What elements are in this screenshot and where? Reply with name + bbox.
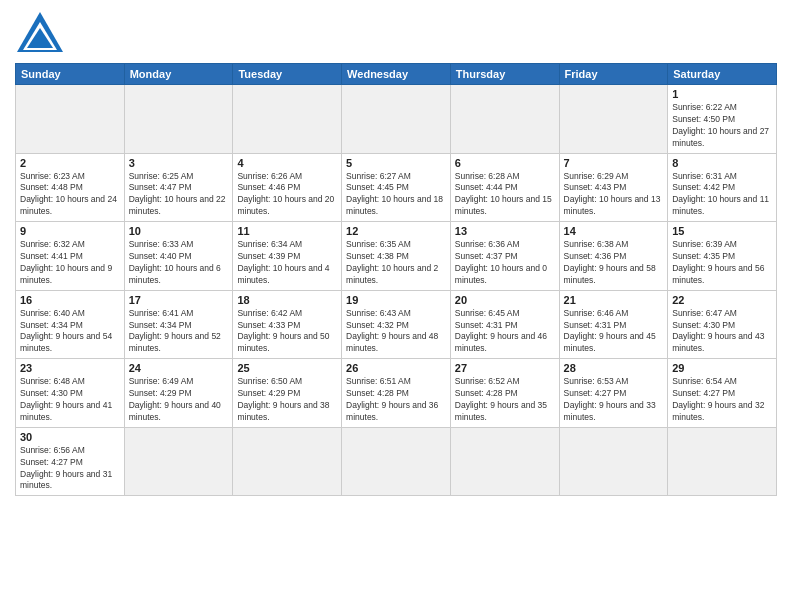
day-number: 22 — [672, 294, 772, 306]
day-number: 7 — [564, 157, 664, 169]
calendar-cell: 3Sunrise: 6:25 AMSunset: 4:47 PMDaylight… — [124, 153, 233, 222]
day-number: 13 — [455, 225, 555, 237]
day-number: 1 — [672, 88, 772, 100]
day-number: 25 — [237, 362, 337, 374]
day-info: Sunrise: 6:56 AMSunset: 4:27 PMDaylight:… — [20, 445, 120, 493]
week-row-4: 23Sunrise: 6:48 AMSunset: 4:30 PMDayligh… — [16, 359, 777, 428]
calendar-cell: 29Sunrise: 6:54 AMSunset: 4:27 PMDayligh… — [668, 359, 777, 428]
day-info: Sunrise: 6:40 AMSunset: 4:34 PMDaylight:… — [20, 308, 120, 356]
day-info: Sunrise: 6:52 AMSunset: 4:28 PMDaylight:… — [455, 376, 555, 424]
weekday-header-saturday: Saturday — [668, 64, 777, 85]
calendar-cell — [124, 85, 233, 154]
day-info: Sunrise: 6:53 AMSunset: 4:27 PMDaylight:… — [564, 376, 664, 424]
day-info: Sunrise: 6:47 AMSunset: 4:30 PMDaylight:… — [672, 308, 772, 356]
day-number: 8 — [672, 157, 772, 169]
calendar-cell — [124, 427, 233, 496]
day-number: 29 — [672, 362, 772, 374]
week-row-0: 1Sunrise: 6:22 AMSunset: 4:50 PMDaylight… — [16, 85, 777, 154]
calendar-cell: 4Sunrise: 6:26 AMSunset: 4:46 PMDaylight… — [233, 153, 342, 222]
calendar-cell: 20Sunrise: 6:45 AMSunset: 4:31 PMDayligh… — [450, 290, 559, 359]
calendar-cell: 14Sunrise: 6:38 AMSunset: 4:36 PMDayligh… — [559, 222, 668, 291]
calendar-cell: 11Sunrise: 6:34 AMSunset: 4:39 PMDayligh… — [233, 222, 342, 291]
day-info: Sunrise: 6:36 AMSunset: 4:37 PMDaylight:… — [455, 239, 555, 287]
day-number: 12 — [346, 225, 446, 237]
week-row-3: 16Sunrise: 6:40 AMSunset: 4:34 PMDayligh… — [16, 290, 777, 359]
day-info: Sunrise: 6:25 AMSunset: 4:47 PMDaylight:… — [129, 171, 229, 219]
day-number: 18 — [237, 294, 337, 306]
day-info: Sunrise: 6:22 AMSunset: 4:50 PMDaylight:… — [672, 102, 772, 150]
calendar-cell: 9Sunrise: 6:32 AMSunset: 4:41 PMDaylight… — [16, 222, 125, 291]
day-number: 11 — [237, 225, 337, 237]
day-number: 24 — [129, 362, 229, 374]
day-info: Sunrise: 6:32 AMSunset: 4:41 PMDaylight:… — [20, 239, 120, 287]
day-info: Sunrise: 6:35 AMSunset: 4:38 PMDaylight:… — [346, 239, 446, 287]
calendar-cell: 23Sunrise: 6:48 AMSunset: 4:30 PMDayligh… — [16, 359, 125, 428]
day-number: 16 — [20, 294, 120, 306]
day-number: 6 — [455, 157, 555, 169]
day-number: 20 — [455, 294, 555, 306]
day-number: 15 — [672, 225, 772, 237]
calendar-page: SundayMondayTuesdayWednesdayThursdayFrid… — [0, 0, 792, 612]
day-number: 21 — [564, 294, 664, 306]
calendar-cell: 15Sunrise: 6:39 AMSunset: 4:35 PMDayligh… — [668, 222, 777, 291]
calendar-cell — [233, 427, 342, 496]
calendar-cell: 24Sunrise: 6:49 AMSunset: 4:29 PMDayligh… — [124, 359, 233, 428]
day-info: Sunrise: 6:45 AMSunset: 4:31 PMDaylight:… — [455, 308, 555, 356]
weekday-header-monday: Monday — [124, 64, 233, 85]
calendar-cell — [450, 85, 559, 154]
calendar-cell: 19Sunrise: 6:43 AMSunset: 4:32 PMDayligh… — [342, 290, 451, 359]
calendar-cell: 28Sunrise: 6:53 AMSunset: 4:27 PMDayligh… — [559, 359, 668, 428]
calendar-cell — [16, 85, 125, 154]
calendar-cell: 30Sunrise: 6:56 AMSunset: 4:27 PMDayligh… — [16, 427, 125, 496]
logo-icon — [15, 10, 65, 55]
day-number: 14 — [564, 225, 664, 237]
calendar-cell — [342, 427, 451, 496]
calendar-cell: 13Sunrise: 6:36 AMSunset: 4:37 PMDayligh… — [450, 222, 559, 291]
day-info: Sunrise: 6:33 AMSunset: 4:40 PMDaylight:… — [129, 239, 229, 287]
calendar-cell: 25Sunrise: 6:50 AMSunset: 4:29 PMDayligh… — [233, 359, 342, 428]
calendar-cell — [233, 85, 342, 154]
calendar-cell: 17Sunrise: 6:41 AMSunset: 4:34 PMDayligh… — [124, 290, 233, 359]
day-number: 26 — [346, 362, 446, 374]
calendar-cell: 18Sunrise: 6:42 AMSunset: 4:33 PMDayligh… — [233, 290, 342, 359]
day-info: Sunrise: 6:42 AMSunset: 4:33 PMDaylight:… — [237, 308, 337, 356]
day-number: 28 — [564, 362, 664, 374]
day-number: 2 — [20, 157, 120, 169]
calendar-cell: 21Sunrise: 6:46 AMSunset: 4:31 PMDayligh… — [559, 290, 668, 359]
day-info: Sunrise: 6:29 AMSunset: 4:43 PMDaylight:… — [564, 171, 664, 219]
calendar-cell: 1Sunrise: 6:22 AMSunset: 4:50 PMDaylight… — [668, 85, 777, 154]
day-number: 3 — [129, 157, 229, 169]
calendar-cell: 12Sunrise: 6:35 AMSunset: 4:38 PMDayligh… — [342, 222, 451, 291]
day-info: Sunrise: 6:26 AMSunset: 4:46 PMDaylight:… — [237, 171, 337, 219]
day-info: Sunrise: 6:50 AMSunset: 4:29 PMDaylight:… — [237, 376, 337, 424]
calendar-cell: 27Sunrise: 6:52 AMSunset: 4:28 PMDayligh… — [450, 359, 559, 428]
day-number: 27 — [455, 362, 555, 374]
calendar-cell — [450, 427, 559, 496]
weekday-header-thursday: Thursday — [450, 64, 559, 85]
day-info: Sunrise: 6:48 AMSunset: 4:30 PMDaylight:… — [20, 376, 120, 424]
calendar-table: SundayMondayTuesdayWednesdayThursdayFrid… — [15, 63, 777, 496]
calendar-cell: 10Sunrise: 6:33 AMSunset: 4:40 PMDayligh… — [124, 222, 233, 291]
day-number: 19 — [346, 294, 446, 306]
day-info: Sunrise: 6:31 AMSunset: 4:42 PMDaylight:… — [672, 171, 772, 219]
week-row-5: 30Sunrise: 6:56 AMSunset: 4:27 PMDayligh… — [16, 427, 777, 496]
day-info: Sunrise: 6:51 AMSunset: 4:28 PMDaylight:… — [346, 376, 446, 424]
calendar-cell: 7Sunrise: 6:29 AMSunset: 4:43 PMDaylight… — [559, 153, 668, 222]
day-info: Sunrise: 6:41 AMSunset: 4:34 PMDaylight:… — [129, 308, 229, 356]
day-number: 23 — [20, 362, 120, 374]
day-info: Sunrise: 6:28 AMSunset: 4:44 PMDaylight:… — [455, 171, 555, 219]
day-info: Sunrise: 6:23 AMSunset: 4:48 PMDaylight:… — [20, 171, 120, 219]
weekday-header-row: SundayMondayTuesdayWednesdayThursdayFrid… — [16, 64, 777, 85]
calendar-cell — [559, 85, 668, 154]
day-number: 17 — [129, 294, 229, 306]
calendar-cell: 8Sunrise: 6:31 AMSunset: 4:42 PMDaylight… — [668, 153, 777, 222]
calendar-cell: 16Sunrise: 6:40 AMSunset: 4:34 PMDayligh… — [16, 290, 125, 359]
logo — [15, 10, 69, 55]
day-info: Sunrise: 6:49 AMSunset: 4:29 PMDaylight:… — [129, 376, 229, 424]
weekday-header-friday: Friday — [559, 64, 668, 85]
day-info: Sunrise: 6:38 AMSunset: 4:36 PMDaylight:… — [564, 239, 664, 287]
day-info: Sunrise: 6:34 AMSunset: 4:39 PMDaylight:… — [237, 239, 337, 287]
weekday-header-sunday: Sunday — [16, 64, 125, 85]
week-row-2: 9Sunrise: 6:32 AMSunset: 4:41 PMDaylight… — [16, 222, 777, 291]
day-info: Sunrise: 6:43 AMSunset: 4:32 PMDaylight:… — [346, 308, 446, 356]
